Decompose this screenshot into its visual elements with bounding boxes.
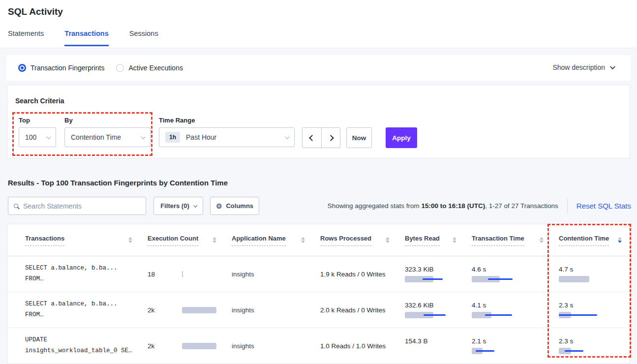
- bytes-read-bar: [405, 276, 459, 282]
- chevron-left-icon: [309, 135, 315, 141]
- tabs-divider: [0, 48, 637, 48]
- col-header-rows-processed[interactable]: Rows Processed: [314, 224, 398, 256]
- radio-active-executions[interactable]: Active Executions: [116, 64, 183, 72]
- search-criteria-heading: Search Criteria: [15, 97, 64, 105]
- col-header-transaction-time[interactable]: Transaction Time: [465, 224, 552, 256]
- application-name: insights: [232, 306, 309, 314]
- time-prev-button[interactable]: [303, 128, 321, 148]
- transaction-time-value: 4.1 s: [472, 302, 547, 309]
- view-toggle-bar: Transaction Fingerprints Active Executio…: [6, 55, 631, 81]
- contention-time-bar: [559, 276, 613, 282]
- radio-unselected-icon[interactable]: [116, 64, 124, 72]
- tab-sessions[interactable]: Sessions: [129, 30, 158, 46]
- results-controls: Filters (0) ⚙ Columns Showing aggregated…: [8, 197, 631, 215]
- radio-selected-icon[interactable]: [18, 64, 26, 72]
- columns-button[interactable]: ⚙ Columns: [210, 197, 259, 215]
- sort-icon[interactable]: [212, 237, 216, 243]
- chevron-down-icon: [46, 134, 51, 139]
- transaction-time-bar: [472, 348, 526, 354]
- stats-summary: Showing aggregated stats from 15:00 to 1…: [328, 202, 558, 210]
- reset-sql-stats-link[interactable]: Reset SQL Stats: [576, 202, 631, 210]
- col-header-application-name[interactable]: Application Name: [225, 224, 314, 256]
- table-row[interactable]: SELECT a.balance, b.ba... FROM… 18 insig…: [7, 256, 630, 292]
- stats-divider: [567, 199, 568, 213]
- by-label: By: [64, 117, 73, 124]
- application-name: insights: [232, 271, 309, 278]
- execution-count-bar: [182, 307, 220, 313]
- contention-time-value: 2.3 s: [559, 302, 626, 309]
- execution-count-value: 2k: [148, 306, 182, 314]
- page-title: SQL Activity: [8, 6, 63, 17]
- apply-button[interactable]: Apply: [386, 127, 417, 148]
- transaction-time-value: 2.1 s: [472, 337, 547, 345]
- execution-count-bar: [182, 343, 220, 349]
- filters-button[interactable]: Filters (0): [153, 197, 203, 215]
- chevron-down-icon: [141, 134, 146, 139]
- time-range-value: Past Hour: [186, 133, 216, 141]
- execution-count-bar: [182, 271, 220, 277]
- sort-icon-active-desc[interactable]: [618, 237, 622, 243]
- col-header-contention-time[interactable]: Contention Time: [552, 224, 630, 256]
- chevron-down-icon: [285, 134, 290, 139]
- transaction-query-link[interactable]: SELECT a.balance, b.ba... FROM…: [25, 299, 136, 321]
- contention-time-value: 2.3 s: [559, 337, 626, 345]
- sort-icon[interactable]: [128, 237, 132, 243]
- tab-bar: Statements Transactions Sessions: [8, 30, 158, 46]
- results-heading: Results - Top 100 Transaction Fingerprin…: [8, 179, 228, 187]
- contention-time-bar: [559, 348, 613, 354]
- table-row[interactable]: UPDATE insights_workload_table_0 SE… 2k …: [7, 328, 630, 364]
- contention-time-value: 4.7 s: [559, 266, 626, 273]
- stats-area: Showing aggregated stats from 15:00 to 1…: [328, 197, 631, 215]
- now-button[interactable]: Now: [346, 127, 372, 148]
- col-header-execution-count[interactable]: Execution Count: [141, 224, 225, 256]
- search-criteria-card: Search Criteria Top 100 By Contention Ti…: [7, 85, 630, 158]
- tab-statements[interactable]: Statements: [8, 30, 44, 46]
- sort-icon[interactable]: [453, 237, 456, 243]
- time-next-button[interactable]: [321, 128, 340, 148]
- chevron-down-icon: [193, 203, 197, 207]
- page-header: SQL Activity Statements Transactions Ses…: [0, 0, 637, 48]
- radio-active-exec-label: Active Executions: [128, 64, 183, 72]
- search-statements-box[interactable]: [8, 197, 146, 215]
- col-header-bytes-read[interactable]: Bytes Read: [398, 224, 465, 256]
- tab-transactions[interactable]: Transactions: [64, 30, 108, 46]
- transaction-time-bar: [472, 276, 526, 282]
- transaction-query-link[interactable]: SELECT a.balance, b.ba... FROM…: [25, 263, 136, 285]
- show-description-toggle[interactable]: Show description: [552, 63, 614, 71]
- chevron-right-icon: [328, 135, 334, 141]
- radio-transaction-fingerprints[interactable]: Transaction Fingerprints: [18, 64, 104, 72]
- bytes-read-bar: [405, 348, 459, 354]
- time-nav-group: [302, 127, 340, 148]
- sort-icon[interactable]: [540, 237, 544, 243]
- rows-processed: 1.9 k Reads / 0 Writes: [320, 271, 394, 278]
- transaction-time-value: 4.6 s: [472, 266, 547, 273]
- show-description-label: Show description: [552, 63, 605, 71]
- chevron-down-icon: [610, 64, 615, 69]
- time-range-select[interactable]: 1h Past Hour: [159, 127, 295, 147]
- rows-processed: 1.0 Reads / 1.0 Writes: [320, 342, 394, 350]
- bytes-read-bar: [405, 312, 459, 318]
- contention-time-bar: [559, 312, 613, 318]
- search-statements-input[interactable]: [23, 202, 131, 210]
- sort-icon[interactable]: [301, 237, 305, 243]
- transactions-table: Transactions Execution Count Application…: [7, 224, 630, 364]
- search-icon: [14, 204, 18, 208]
- execution-count-value: 18: [148, 271, 182, 278]
- bytes-read-value: 332.6 KiB: [405, 302, 460, 309]
- execution-count-value: 2k: [148, 342, 182, 350]
- rows-processed: 2.0 k Reads / 0 Writes: [320, 306, 394, 314]
- filters-label: Filters (0): [160, 202, 189, 210]
- col-header-transactions[interactable]: Transactions: [7, 224, 141, 256]
- table-row[interactable]: SELECT a.balance, b.ba... FROM… 2k insig…: [7, 292, 630, 328]
- transaction-query-link[interactable]: UPDATE insights_workload_table_0 SE…: [25, 335, 136, 357]
- transaction-time-bar: [472, 312, 526, 318]
- table-header-row: Transactions Execution Count Application…: [7, 224, 630, 256]
- top-label: Top: [19, 117, 30, 124]
- by-select[interactable]: Contention Time: [64, 127, 151, 147]
- by-select-value: Contention Time: [71, 133, 121, 141]
- sort-icon[interactable]: [386, 237, 390, 243]
- columns-label: Columns: [226, 202, 253, 210]
- top-select-value: 100: [25, 133, 36, 141]
- time-range-badge: 1h: [165, 132, 180, 143]
- top-select[interactable]: 100: [19, 127, 56, 147]
